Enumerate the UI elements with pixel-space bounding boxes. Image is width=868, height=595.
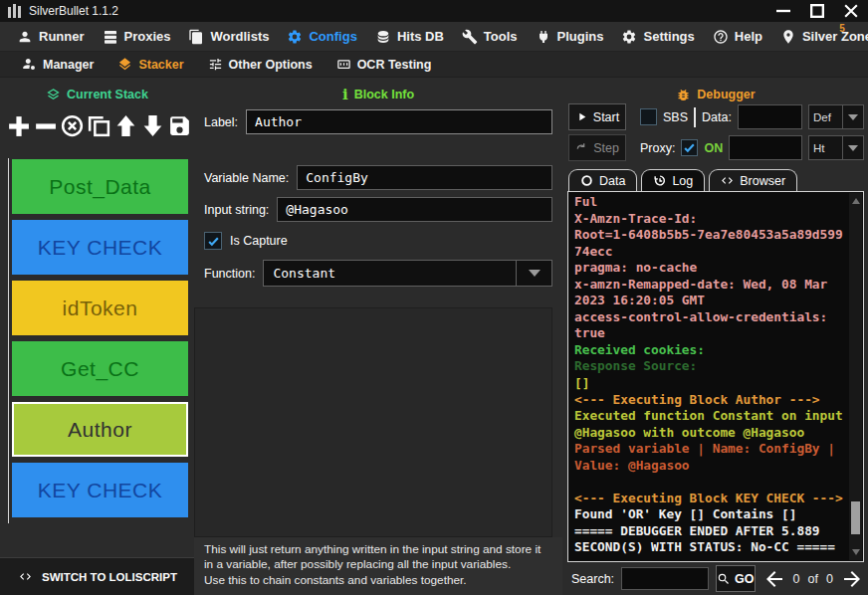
wordlist-type-value: Def — [809, 105, 842, 128]
menu-tools[interactable]: Tools — [453, 29, 527, 45]
log-scrollbar[interactable] — [849, 193, 862, 560]
log-search-bar: Search: GO 0 of 0 — [567, 562, 864, 595]
remove-icon[interactable] — [33, 110, 59, 140]
menu-help[interactable]: Help — [704, 29, 771, 45]
tools-icon — [462, 29, 478, 45]
search-input[interactable] — [621, 567, 709, 590]
debugger-log[interactable]: Ful X-Amzn-Trace-Id: Root=1-6408b5b5-7ea… — [567, 191, 864, 562]
tab-browser[interactable]: Browser — [709, 169, 797, 191]
proxy-checkbox[interactable] — [681, 139, 698, 156]
block-settings-area — [194, 307, 552, 537]
log-line: X-Amzn-Trace-Id: — [574, 211, 845, 228]
proxies-icon — [103, 29, 118, 45]
menu-settings[interactable]: Settings — [612, 29, 703, 45]
proxy-type-arrow[interactable] — [842, 136, 863, 159]
is-capture-label: Is Capture — [230, 234, 288, 248]
move-down-icon[interactable] — [139, 110, 165, 140]
proxy-type-dropdown[interactable]: Ht — [808, 135, 864, 160]
step-button[interactable]: Step — [568, 134, 626, 161]
tab-data[interactable]: Data — [568, 169, 637, 191]
stack-block-label: KEY CHECK — [38, 479, 163, 502]
menu-configs[interactable]: Configs — [278, 29, 365, 45]
input-string-caption: Input string: — [204, 203, 269, 217]
function-caption: Function: — [204, 267, 255, 281]
plug-icon — [536, 29, 551, 45]
menu-wordlists[interactable]: Wordlists — [179, 29, 278, 45]
menu-silver-zone[interactable]: Silver Zone 5 — [771, 29, 868, 45]
separator — [694, 107, 696, 127]
check-icon — [683, 141, 696, 154]
block-description: This will just return anything written i… — [194, 537, 562, 595]
sbs-checkbox[interactable] — [640, 108, 657, 125]
switch-to-loliscript-button[interactable]: SWITCH TO LOLISCRIPT — [0, 557, 194, 595]
menu-hits-db[interactable]: Hits DB — [366, 29, 453, 45]
submenu-other-options[interactable]: Other Options — [196, 57, 325, 72]
menu-proxies[interactable]: Proxies — [94, 29, 180, 45]
menu-runner[interactable]: Runner — [8, 29, 94, 45]
stack-diamond-icon — [46, 88, 61, 102]
next-match-icon[interactable] — [840, 566, 864, 592]
stack-list[interactable]: Post_Data KEY CHECK idToken Get_CC — [8, 158, 190, 523]
window-title: SilverBullet 1.1.2 — [29, 4, 118, 18]
main-menu: Runner Proxies Wordlists Configs Hits DB… — [0, 22, 868, 52]
scrollbar-thumb[interactable] — [851, 501, 860, 534]
maximize-button[interactable] — [810, 4, 824, 18]
wordlist-type-arrow[interactable] — [842, 105, 863, 128]
data-input[interactable] — [738, 104, 802, 129]
info-icon — [342, 86, 348, 103]
minimize-button[interactable] — [776, 4, 790, 18]
clone-icon[interactable] — [87, 110, 112, 140]
function-dropdown-arrow[interactable] — [516, 261, 551, 286]
search-go-button[interactable]: GO — [716, 565, 755, 592]
save-icon[interactable] — [166, 110, 192, 140]
scroll-up-icon[interactable] — [849, 195, 862, 207]
tab-log[interactable]: Log — [641, 169, 705, 191]
close-button[interactable] — [844, 4, 858, 18]
stack-block[interactable]: Author — [12, 402, 188, 457]
log-line: true — [574, 325, 845, 342]
stack-block[interactable]: KEY CHECK — [12, 220, 188, 275]
delete-icon[interactable] — [60, 110, 86, 140]
proxy-input[interactable] — [729, 135, 802, 160]
debugger-header: Debugger — [567, 78, 864, 101]
add-icon[interactable] — [6, 110, 32, 140]
play-icon — [575, 110, 588, 123]
start-button[interactable]: Start — [568, 103, 626, 130]
variable-name-caption: Variable Name: — [204, 171, 289, 185]
current-stack-header: Current Stack — [0, 78, 194, 101]
log-line: <--- Executing Block Author ---> — [574, 392, 845, 409]
stack-block[interactable]: Post_Data — [12, 159, 188, 214]
stack-block-label: Author — [68, 418, 132, 442]
data-circle-icon — [580, 174, 593, 187]
submenu-stacker[interactable]: Stacker — [106, 57, 195, 72]
bug-icon — [676, 88, 691, 102]
submenu-ocr-testing[interactable]: OCR Testing — [325, 57, 444, 72]
map-pin-icon — [780, 29, 796, 45]
sliders-icon — [208, 57, 223, 72]
input-string-input[interactable] — [277, 197, 552, 222]
scroll-down-icon[interactable] — [849, 546, 862, 558]
database-icon — [375, 29, 391, 45]
manager-icon — [22, 57, 37, 72]
log-line: Ful — [574, 194, 845, 211]
block-label-input[interactable] — [246, 109, 552, 134]
log-line: @Hagasoo with outcome @Hagasoo — [574, 425, 845, 442]
menu-plugins[interactable]: Plugins — [527, 29, 613, 45]
is-capture-checkbox[interactable] — [204, 232, 222, 250]
wordlists-icon — [188, 29, 204, 45]
stack-block[interactable]: Get_CC — [12, 341, 188, 396]
code-icon — [17, 570, 34, 583]
stack-block[interactable]: idToken — [12, 281, 188, 335]
log-line: Value: @Hagasoo — [574, 458, 845, 475]
log-line — [574, 474, 845, 491]
submenu-manager[interactable]: Manager — [10, 57, 106, 72]
stack-panel: Current Stack Post_Data KEY — [0, 78, 194, 595]
previous-match-icon[interactable] — [762, 566, 786, 592]
function-dropdown[interactable]: Constant — [263, 260, 552, 287]
move-up-icon[interactable] — [112, 110, 138, 140]
stack-block[interactable]: KEY CHECK — [12, 463, 188, 517]
block-info-panel: Block Info Label: Variable Name: Input s… — [194, 78, 562, 595]
variable-name-input[interactable] — [297, 165, 552, 190]
wordlist-type-dropdown[interactable]: Def — [808, 104, 864, 129]
help-icon — [713, 29, 729, 45]
